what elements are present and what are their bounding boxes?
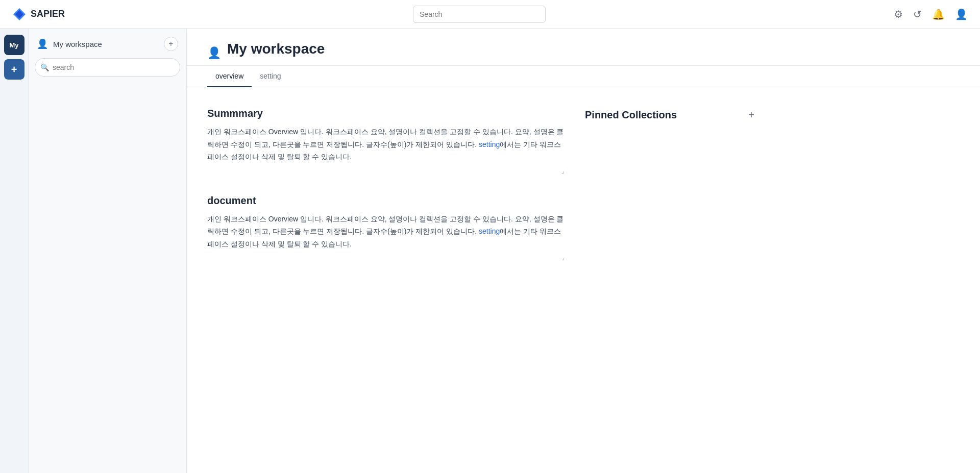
pinned-collections-add-button[interactable]: +: [744, 108, 758, 122]
summary-setting-link[interactable]: setting: [479, 140, 500, 148]
document-section: document 개인 워크스페이스 Overview 입니다. 워크스페이스 …: [207, 195, 565, 262]
add-workspace-rail-btn[interactable]: +: [4, 59, 24, 80]
left-rail: My +: [0, 29, 29, 473]
sidebar: 👤 My workspace + 🔍: [29, 29, 187, 473]
sidebar-header: 👤 My workspace +: [35, 37, 180, 51]
sidebar-search-wrapper: 🔍: [35, 58, 180, 77]
my-workspace-rail-btn[interactable]: My: [4, 35, 24, 55]
document-title: document: [207, 195, 565, 207]
navbar-search-input[interactable]: [413, 6, 546, 23]
tab-setting[interactable]: setting: [252, 66, 289, 87]
app-layout: My + 👤 My workspace + 🔍 👤 My workspace o…: [0, 0, 980, 473]
sidebar-add-button[interactable]: +: [164, 37, 178, 51]
user-icon[interactable]: 👤: [955, 8, 968, 20]
overview-content: Summmary 개인 워크스페이스 Overview 입니다. 워크스페이스 …: [187, 87, 980, 302]
main-content: 👤 My workspace overview setting Summmary…: [187, 29, 980, 473]
document-body[interactable]: 개인 워크스페이스 Overview 입니다. 워크스페이스 요약, 설명이나 …: [207, 213, 565, 251]
tab-overview[interactable]: overview: [207, 66, 252, 87]
document-setting-link[interactable]: setting: [479, 227, 500, 235]
sidebar-search-input[interactable]: [35, 58, 180, 77]
app-logo: SAPIER: [12, 7, 65, 21]
pinned-collections-title: Pinned Collections: [585, 109, 677, 121]
document-resize-handle: ⌟: [207, 254, 565, 261]
pinned-collections-header: Pinned Collections +: [585, 108, 758, 122]
summary-resize-handle: ⌟: [207, 167, 565, 175]
main-header: 👤 My workspace: [187, 29, 980, 66]
logo-icon: [12, 7, 27, 21]
gear-icon[interactable]: ⚙: [894, 8, 903, 20]
summary-section: Summmary 개인 워크스페이스 Overview 입니다. 워크스페이스 …: [207, 108, 565, 175]
main-person-icon: 👤: [207, 46, 221, 60]
page-title: My workspace: [227, 41, 325, 65]
sidebar-workspace-info: 👤 My workspace: [37, 38, 102, 49]
sidebar-workspace-name: My workspace: [53, 40, 102, 48]
summary-body[interactable]: 개인 워크스페이스 Overview 입니다. 워크스페이스 요약, 설명이나 …: [207, 126, 565, 163]
navbar-icon-group: ⚙ ↺ 🔔 👤: [894, 8, 968, 20]
bell-icon[interactable]: 🔔: [932, 8, 945, 20]
navbar: SAPIER ⚙ ↺ 🔔 👤: [0, 0, 980, 29]
pinned-collections-panel: Pinned Collections +: [585, 108, 758, 282]
history-icon[interactable]: ↺: [913, 8, 922, 20]
sidebar-person-icon: 👤: [37, 38, 48, 49]
overview-main: Summmary 개인 워크스페이스 Overview 입니다. 워크스페이스 …: [207, 108, 565, 282]
app-name: SAPIER: [31, 9, 65, 19]
summary-title: Summmary: [207, 108, 565, 119]
main-tabs: overview setting: [187, 66, 980, 87]
